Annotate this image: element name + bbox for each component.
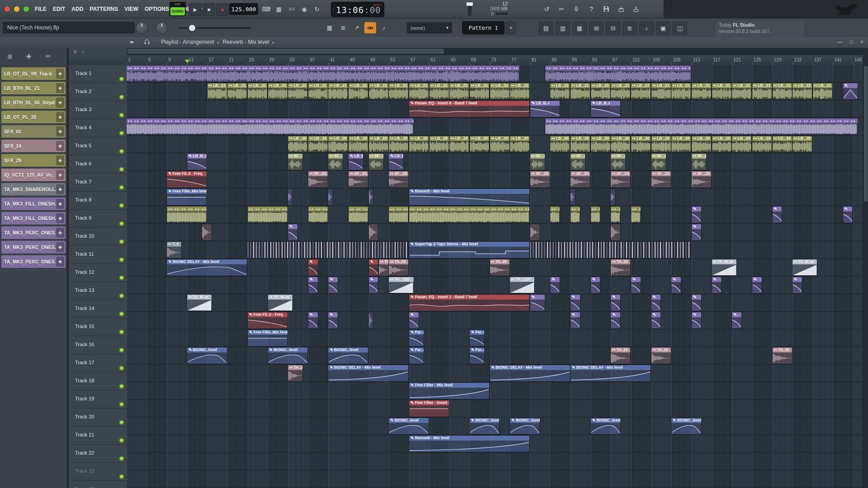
audio-clip[interactable]: ↦ LB_.21 (409, 83, 429, 99)
track-header[interactable]: Track 8 (69, 192, 127, 210)
audio-clip[interactable]: ↦ SF_.02 (571, 154, 585, 170)
audio-clip[interactable]: ↦ LB_.21 (651, 83, 671, 99)
automation-clip[interactable]: ✎ Par..el (409, 347, 424, 364)
track-header[interactable]: Track 4 (69, 119, 127, 137)
browser-item[interactable]: TA_MK3_PERC_ONES..✚ (1, 255, 66, 268)
audio-clip[interactable]: ↦ LB_.21 (369, 83, 388, 99)
audio-clip[interactable]: ↦ LB_.21 (732, 83, 751, 99)
audio-clip[interactable] (611, 189, 615, 205)
audio-clip[interactable]: ↦ LB_.20 (308, 136, 328, 152)
pattern-clip[interactable]: ▸▸ ▸▸ ▸▸ ▸▸ ▸▸ ▸▸ ▸▸ ▸▸ ▸▸ ▸▸ ▸▸ ▸▸ ▸▸ ▸… (545, 66, 691, 82)
track-header[interactable]: Track 9 (69, 210, 127, 228)
track-header[interactable]: Track 15 (69, 318, 127, 336)
audio-clip[interactable]: ↦ SF_.02 (692, 154, 706, 170)
menu-add[interactable]: ADD (68, 4, 86, 14)
track-led[interactable] (120, 276, 123, 280)
automation-clip[interactable]: ✎ (651, 295, 661, 311)
multilink-icon[interactable]: ≣ (337, 22, 349, 33)
automation-clip[interactable]: ✎ (611, 312, 620, 328)
automation-clip[interactable]: ✎ Par..el (470, 330, 484, 346)
close-icon[interactable]: × (860, 39, 863, 45)
automation-clip[interactable]: ✎ (571, 295, 580, 311)
metronome-icon[interactable]: ♪ (378, 22, 390, 33)
track-led[interactable] (120, 77, 123, 81)
track-led[interactable] (120, 475, 123, 479)
track-header[interactable]: Track 18 (69, 372, 127, 390)
playlist-menu-icon[interactable]: ≣ (73, 49, 81, 54)
pat-song-switch[interactable]: PAT SONG (170, 2, 186, 16)
track-header[interactable]: Track 13 (69, 282, 127, 300)
drag-handle-icon[interactable]: ✚ (56, 127, 64, 136)
track-header[interactable]: Track 23 (69, 463, 127, 481)
audio-clip[interactable]: ↦ SF_.02 (611, 154, 625, 170)
drag-handle-icon[interactable]: ✚ (56, 112, 64, 122)
audio-clip[interactable] (369, 189, 373, 205)
drag-handle-icon[interactable]: ✚ (56, 155, 64, 165)
pattern-clip[interactable]: ▸▸ ▸▸ ▸▸ ▸▸ ▸▸ ▸▸ ▸▸ ▸▸ ▸▸ ▸▸ ▸▸ ▸▸ ▸▸ ▸… (127, 118, 414, 135)
audio-clip[interactable]: ↦ LB_.20 (611, 136, 630, 152)
audio-clip[interactable]: ↦ SF_.02 (288, 154, 302, 170)
playlist-titlebar[interactable]: ◂▸ Playlist - Arrangement▸Reeverb - Mix … (0, 37, 868, 48)
slider-handle[interactable] (467, 2, 473, 6)
automation-clip[interactable]: ✎ (369, 277, 378, 293)
track-header[interactable]: Track 6 (69, 155, 127, 174)
audio-clip[interactable] (530, 224, 540, 240)
automation-clip[interactable]: ✎ Free Fil..0 - Freq (167, 171, 207, 188)
audio-clip[interactable]: ↦ TA..25 (773, 347, 792, 364)
drag-handle-icon[interactable]: ✚ (56, 242, 64, 252)
audio-clip[interactable]: ↦ LB_.20 (429, 136, 449, 152)
project-title-field[interactable]: Nice (Tech House).flp (3, 22, 135, 33)
automation-clip[interactable]: ✎ (692, 206, 701, 223)
loop-recording-icon[interactable]: ↻ (311, 3, 323, 15)
track-led[interactable] (120, 312, 123, 316)
audio-clip[interactable]: ↦ LB_.21 (591, 83, 610, 99)
audio-clip[interactable]: ↦ LB_.20 (732, 136, 751, 152)
audio-clip[interactable]: ↦ LB_.21 (248, 83, 267, 99)
automation-clip[interactable]: ✎ (308, 277, 318, 293)
tempo-tap-button[interactable]: ♪ (639, 22, 654, 35)
automation-clip[interactable]: ✎ Param. EQ - Insert 1 - Band 7 level (409, 295, 529, 311)
audio-clip[interactable]: ↦ SF_.24 (571, 171, 590, 188)
audio-clip[interactable]: ↦ SF_.02 (651, 154, 666, 170)
focus-selector[interactable]: (none) ▾ (407, 22, 452, 33)
drag-handle-icon[interactable]: ✚ (56, 170, 64, 180)
audio-clip[interactable]: ↦ SF_.02 (369, 154, 383, 170)
track-led[interactable] (120, 204, 123, 207)
audio-clip[interactable]: ↦ TA..25 (611, 259, 630, 276)
pattern-clip[interactable]: ▸▸ ▸▸ (591, 206, 600, 223)
master-pitch-knob[interactable] (156, 22, 168, 34)
track-header[interactable]: Track 11 (69, 246, 127, 264)
audio-clip[interactable] (369, 224, 378, 240)
track-led[interactable] (120, 222, 123, 225)
master-volume-knob[interactable] (136, 22, 148, 34)
track-led[interactable] (120, 113, 123, 117)
automation-clip[interactable]: ✎ BIONIC DELAY - Mix level (167, 259, 247, 276)
track-led[interactable] (120, 330, 123, 334)
browser-item[interactable]: TA_MK3_FILL_ONESH..✚ (1, 197, 66, 210)
stutter-clips[interactable] (248, 242, 409, 258)
track-led[interactable] (120, 131, 123, 135)
browser-item[interactable]: TA_MK3_PERC_ONES..✚ (1, 241, 66, 253)
drag-handle-icon[interactable]: ✚ (56, 69, 64, 79)
audio-clip[interactable]: ↦ TA_M..er (712, 259, 736, 276)
automation-clip[interactable]: ✎ Free Filte..Mix level (167, 189, 207, 205)
audio-clip[interactable] (369, 312, 373, 328)
track-led[interactable] (120, 150, 123, 153)
audio-clip[interactable]: ↦ LB_.20 (692, 136, 711, 152)
track-header[interactable]: Track 1 (69, 65, 127, 83)
pattern-clip[interactable]: ▸▸ ▸▸ ▸▸ ▸▸ ▸▸ ▸▸ (167, 206, 207, 223)
audio-clip[interactable]: ↦ SF_.24 (389, 171, 408, 188)
track-led[interactable] (120, 385, 123, 388)
automation-clip[interactable]: ✎ (732, 312, 741, 328)
pattern-clip[interactable]: ▸▸ ▸▸ (550, 206, 560, 223)
audio-clip[interactable] (571, 189, 575, 205)
pattern-selector-value[interactable]: Pattern 1 (462, 21, 505, 34)
automation-clip[interactable]: ✎ Reeverb - Mix level (409, 189, 529, 205)
minimize-window-icon[interactable] (14, 6, 19, 12)
browser-item[interactable]: TA_MK3_SNAREROLL..✚ (1, 183, 66, 196)
audio-clip[interactable]: ↦ LB_.20 (389, 136, 408, 152)
stop-button[interactable]: ■ (203, 3, 215, 16)
automation-clip[interactable]: ✎ (308, 312, 318, 328)
audio-clip[interactable]: ↦ SF_.24 (611, 171, 630, 188)
browser-item[interactable]: LB_OT_PL_20✚ (1, 111, 66, 123)
